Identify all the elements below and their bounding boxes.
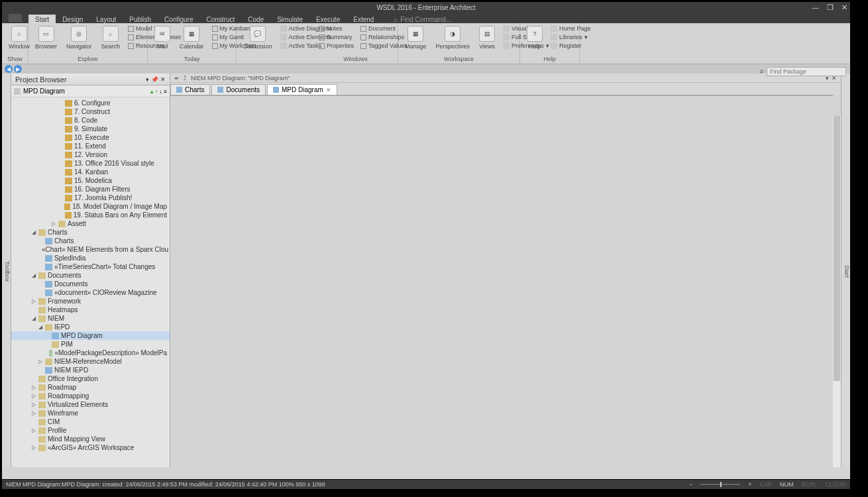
up-icon[interactable]: ↑ [155,88,158,95]
diagram-canvas[interactable]: ▭ «ModelPackageDescri... ModelPackageDes… [170,95,833,96]
minimize-button[interactable]: — [812,3,819,12]
discussion-button[interactable]: 💬Discussion [239,25,276,51]
manage-button[interactable]: ▦Manage [401,25,431,51]
quick-access: ◀ ▶ [2,64,850,74]
tree-item[interactable]: ◢IEPD [11,323,170,331]
tree-item[interactable]: ▷Virtualized Elements [11,400,170,409]
browser-icon: ▭ [38,26,54,42]
tree-item[interactable]: 16. Diagram Filters [11,185,170,193]
new-icon[interactable]: ▴ [150,88,154,95]
tree-item[interactable]: 12. Version [11,150,170,159]
tree-item[interactable]: 10. Execute [11,133,170,142]
statusbar: NIEM MPD Diagram:MPD Diagram: created: 2… [2,480,850,489]
close-icon[interactable]: ✕ [160,76,166,83]
perspectives-icon: ◑ [445,26,461,42]
tree-item[interactable]: 13. Office 2016 Visual style [11,159,170,168]
tree-item[interactable]: «document» CIOReview Magazine [11,288,170,297]
register[interactable]: Register [549,42,592,50]
tree-item[interactable]: ◢NIEM [11,314,170,323]
tree-item[interactable]: NIEM IEPD [11,366,170,374]
tree-item[interactable]: 18. Model Diagram / Image Map [11,202,170,211]
tree-item[interactable]: CIM [11,417,170,426]
tree-item[interactable]: «ModelPackageDescription» ModelPa [11,349,170,357]
tree-item[interactable]: 14. Kanban [11,168,170,176]
navigator-button[interactable]: ◎Navigator [62,25,96,51]
tree-item[interactable]: 15. Modelica [11,176,170,185]
tree-item[interactable]: 7. Construct [11,107,170,116]
search-icon: ⌕ [103,26,119,42]
tree-item[interactable]: ▷«ArcGIS» ArcGIS Workspace [11,443,170,452]
tree-item[interactable]: SpledIndia [11,254,170,262]
down-icon[interactable]: ↓ [159,88,162,95]
style-icon [503,25,510,32]
search-icon[interactable]: ⌕ [760,67,764,74]
zoom-slider[interactable] [700,484,740,485]
zoom-out[interactable]: − [689,481,692,488]
notes-check[interactable]: Notes [317,25,355,32]
menu-icon[interactable]: ≡ [164,88,167,95]
tree-item[interactable]: ◢Charts [11,228,170,237]
tree-item[interactable]: Office Integration [11,374,170,383]
zoom-in[interactable]: + [748,481,751,488]
find-package-input[interactable] [767,67,846,76]
calendar-button[interactable]: ▦Calendar [176,25,208,51]
tree-item[interactable]: 8. Code [11,116,170,125]
tree-item[interactable]: Heatmaps [11,305,170,314]
toolbox-strip[interactable]: Toolbox [2,74,11,467]
tree-item[interactable]: ▷Framework [11,297,170,305]
tree-item[interactable]: ◢Documents [11,271,170,280]
tree-item[interactable]: PIM [11,340,170,349]
titlebar: WSDL 2016 - Enterprise Architect — ❐ ✕ [2,2,850,13]
tree-item[interactable]: 17. Joomla Publish! [11,193,170,202]
browser-button[interactable]: ▭Browser [31,25,61,51]
forward-button[interactable]: ▶ [14,65,22,73]
home-icon: ⌂ [11,26,27,42]
tree-item[interactable]: MPD Diagram [11,331,170,340]
close-button[interactable]: ✕ [841,3,847,12]
tree-item[interactable]: «TimeSeriesChart» Total Changes [11,262,170,271]
tree-item[interactable]: 19. Status Bars on Any Element [11,211,170,219]
tree-item[interactable]: Mind Mapping View [11,435,170,443]
tree-item[interactable]: ▷NIEM-ReferenceModel [11,357,170,366]
tree-item[interactable]: ▷Profile [11,426,170,435]
canvas-tab[interactable]: MPD Diagram✕ [267,84,337,95]
canvas-tab[interactable]: Charts [170,84,210,95]
canvas-tabs: ChartsDocumentsMPD Diagram✕ [170,83,841,95]
scrollbar-vertical[interactable] [833,116,841,467]
find-command[interactable]: ⌕Find Command... [394,16,451,23]
scrl-indicator: SCRL [801,481,817,488]
breadcrumb-icon[interactable]: ↞ [174,75,180,82]
back-button[interactable]: ◀ [5,65,13,73]
maximize-button[interactable]: ❐ [827,3,834,12]
tree-item[interactable]: Documents [11,280,170,288]
app-icon[interactable] [9,14,22,22]
tree-item[interactable]: ▷Roadmapping [11,392,170,400]
close-icon[interactable]: ✕ [326,87,331,93]
breadcrumb-icon2[interactable]: ⤴ [184,75,187,82]
home-page[interactable]: Home Page [549,25,592,32]
tree-item[interactable]: ▷Assett [11,219,170,228]
views-button[interactable]: ▤Views [475,25,499,51]
tree-item[interactable]: 6. Configure [11,99,170,107]
properties-check[interactable]: Properties [317,42,355,50]
calendar-icon: ▦ [184,26,199,42]
tree: 6. Configure7. Construct8. Code9. Simula… [11,97,170,467]
system-strip[interactable]: Start [841,74,850,467]
tree-item[interactable]: «Chart» NIEM Elements from a Sparx Clou [11,245,170,254]
tree-item[interactable]: ▷Wireframe [11,409,170,417]
libraries[interactable]: Libraries ▾ [549,33,592,41]
tree-item[interactable]: Charts [11,237,170,245]
summary-check[interactable]: Summary [317,33,355,41]
perspectives-button[interactable]: ◑Perspectives [432,25,474,51]
tree-item[interactable]: ▷Roadmap [11,383,170,392]
register-icon [551,42,557,49]
pin-icon[interactable]: 📌 [151,76,158,83]
diagram-icon [280,25,287,32]
tree-item[interactable]: 11. Extend [11,142,170,150]
help-button[interactable]: ?Help [523,25,547,51]
canvas-tab[interactable]: Documents [211,84,266,95]
pin-icon[interactable]: ▾ [146,76,149,83]
mail-button[interactable]: ✉Mail [150,25,174,51]
search-button[interactable]: ⌕Search [97,25,125,51]
tree-item[interactable]: 9. Simulate [11,125,170,133]
